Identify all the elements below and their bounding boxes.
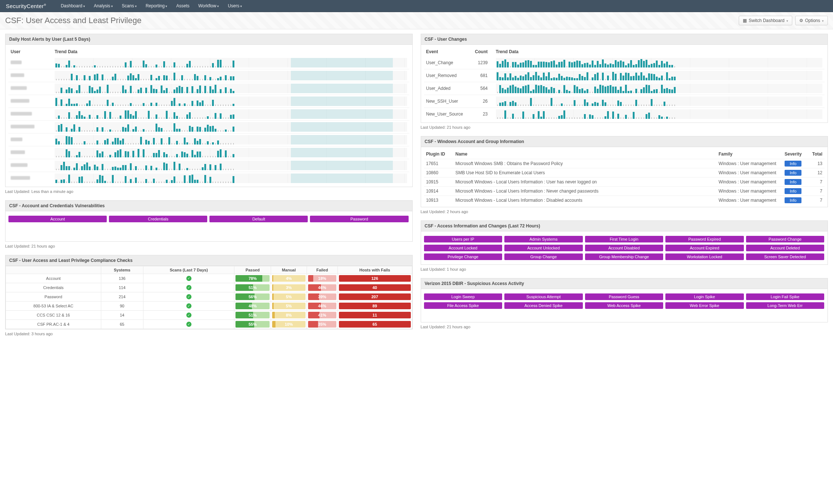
nav-workflow[interactable]: Workflow xyxy=(198,3,219,8)
table-row[interactable] xyxy=(8,146,409,159)
severity-badge: Info xyxy=(785,188,801,194)
table-row[interactable]: New_SSH_User26 xyxy=(424,95,825,108)
user-redacted xyxy=(11,86,27,90)
pill-group-membership-change[interactable]: Group Membership Change xyxy=(585,253,664,260)
check-icon: ✓ xyxy=(186,294,191,299)
table-row[interactable] xyxy=(8,82,409,95)
pill-admin-systems[interactable]: Admin Systems xyxy=(504,236,583,242)
pill-login-fail-spike[interactable]: Login Fail Spike xyxy=(746,293,825,300)
table-row[interactable]: 17651Microsoft Windows SMB : Obtains the… xyxy=(424,159,825,168)
pill-file-access-spike[interactable]: File Access Spike xyxy=(424,302,503,309)
table-row[interactable]: 800-53 IA & Select AC90✓48%5%46%89 xyxy=(6,302,412,311)
pill-suspicious-attempt[interactable]: Suspicious Attempt xyxy=(504,293,583,300)
pill-group-change[interactable]: Group Change xyxy=(504,253,583,260)
pill-login-spike[interactable]: Login Spike xyxy=(665,293,744,300)
table-row[interactable] xyxy=(8,134,409,146)
col-family: Family xyxy=(716,149,782,159)
pill-account-expired[interactable]: Account Expired xyxy=(665,245,744,251)
table-row[interactable]: CCS CSC 12 & 1614✓51%8%41%11 xyxy=(6,311,412,320)
pill-web-access-spike[interactable]: Web Access Spike xyxy=(585,302,664,309)
col-header: Systems xyxy=(101,266,143,274)
nav-analysis[interactable]: Analysis xyxy=(94,3,113,8)
switch-dashboard-button[interactable]: ▦ Switch Dashboard xyxy=(739,16,792,25)
check-icon: ✓ xyxy=(186,322,191,327)
col-event: Event xyxy=(424,47,472,56)
pill-access-denied-spike[interactable]: Access Denied Spike xyxy=(504,302,583,309)
trend-spark xyxy=(55,161,407,170)
user-redacted xyxy=(11,163,28,167)
table-row[interactable]: User_Added564 xyxy=(424,82,825,95)
table-row[interactable]: New_User_Source23 xyxy=(424,108,825,121)
table-row[interactable]: Account136✓78%4%18%126 xyxy=(6,274,412,283)
table-row[interactable]: User_Change1239 xyxy=(424,56,825,69)
trend-spark xyxy=(55,174,407,183)
trend-spark xyxy=(496,96,823,106)
severity-badge: Info xyxy=(785,179,801,185)
pill-users-per-ip[interactable]: Users per IP xyxy=(424,236,503,242)
table-row[interactable] xyxy=(8,95,409,108)
table-row[interactable]: 10914Microsoft Windows - Local Users Inf… xyxy=(424,187,825,196)
table-row[interactable]: Credentials114✓51%3%46%40 xyxy=(6,283,412,292)
trend-spark xyxy=(55,71,407,80)
top-nav: SecurityCenter® DashboardAnalysisScansRe… xyxy=(0,0,833,12)
col-user: User xyxy=(8,47,52,56)
table-row[interactable] xyxy=(8,121,409,134)
pill-screen-saver-detected[interactable]: Screen Saver Detected xyxy=(746,253,825,260)
pill-password-change[interactable]: Password Change xyxy=(746,236,825,242)
pill-first-time-login[interactable]: First Time Login xyxy=(585,236,664,242)
pill-credentials[interactable]: Credentials xyxy=(109,216,207,222)
col-header xyxy=(6,266,101,274)
table-row[interactable] xyxy=(8,56,409,69)
nav-assets[interactable]: Assets xyxy=(176,3,189,8)
severity-badge: Info xyxy=(785,197,801,203)
options-button[interactable]: ⚙ Options xyxy=(795,16,828,25)
user-redacted xyxy=(11,61,22,64)
col-trend: Trend Data xyxy=(52,47,409,56)
pill-workstation-locked[interactable]: Workstation Locked xyxy=(665,253,744,260)
check-icon: ✓ xyxy=(186,313,191,318)
sub-header: CSF: User Access and Least Privilege ▦ S… xyxy=(0,12,833,29)
table-row[interactable]: Password214✓56%5%39%207 xyxy=(6,292,412,302)
pill-password-expired[interactable]: Password Expired xyxy=(665,236,744,242)
table-row[interactable]: CSF PR.AC-1 & 465✓55%10%35%65 xyxy=(6,320,412,329)
pill-password[interactable]: Password xyxy=(310,216,408,222)
panel-title: Verizon 2015 DBIR - Suspicious Access Ac… xyxy=(421,278,828,289)
col-severity: Severity xyxy=(782,149,808,159)
col-header: Passed xyxy=(234,266,271,274)
panel-title: CSF - Account and Credentials Vulnerabil… xyxy=(6,201,412,211)
col-header: Hosts with Fails xyxy=(337,266,412,274)
pill-account[interactable]: Account xyxy=(8,216,107,222)
panel-footer: Last Updated: 3 hours ago xyxy=(5,329,413,337)
table-row[interactable] xyxy=(8,172,409,185)
pill-default[interactable]: Default xyxy=(209,216,308,222)
panel-footer: Last Updated: 21 hours ago xyxy=(421,322,828,330)
panel-footer: Last Updated: 21 hours ago xyxy=(5,242,413,249)
panel-compliance: CSF - User Access and Least Privilege Co… xyxy=(5,255,413,329)
nav-users[interactable]: Users xyxy=(228,3,242,8)
table-row[interactable]: User_Removed681 xyxy=(424,69,825,82)
pill-account-disabled[interactable]: Account Disabled xyxy=(585,245,664,251)
user-redacted xyxy=(11,99,29,103)
nav-reporting[interactable]: Reporting xyxy=(146,3,168,8)
table-row[interactable] xyxy=(8,159,409,172)
pill-account-deleted[interactable]: Account Deleted xyxy=(746,245,825,251)
trend-spark xyxy=(55,58,407,67)
pill-web-error-spike[interactable]: Web Error Spike xyxy=(665,302,744,309)
table-row[interactable]: 10860SMB Use Host SID to Enumerate Local… xyxy=(424,168,825,178)
pill-password-guess[interactable]: Password Guess xyxy=(585,293,664,300)
severity-badge: Info xyxy=(785,161,801,167)
table-row[interactable]: 10913Microsoft Windows - Local Users Inf… xyxy=(424,196,825,205)
pill-login-sweep[interactable]: Login Sweep xyxy=(424,293,503,300)
nav-scans[interactable]: Scans xyxy=(122,3,137,8)
pill-account-unlocked[interactable]: Account Unlocked xyxy=(504,245,583,251)
gear-icon: ⚙ xyxy=(799,18,803,23)
nav-dashboard[interactable]: Dashboard xyxy=(61,3,85,8)
pill-privilege-change[interactable]: Privilege Change xyxy=(424,253,503,260)
pill-account-locked[interactable]: Account Locked xyxy=(424,245,503,251)
table-row[interactable]: 10915Microsoft Windows - Local Users Inf… xyxy=(424,178,825,187)
check-icon: ✓ xyxy=(186,303,191,308)
panel-title: CSF - Access Information and Changes (La… xyxy=(421,221,828,231)
table-row[interactable] xyxy=(8,69,409,82)
pill-long-term-web-err[interactable]: Long-Term Web Err xyxy=(746,302,825,309)
table-row[interactable] xyxy=(8,108,409,121)
